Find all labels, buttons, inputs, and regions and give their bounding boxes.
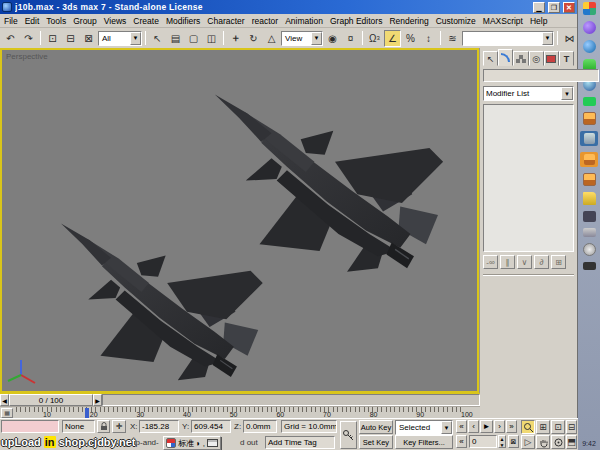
floppy-icon[interactable] xyxy=(583,211,596,222)
image-file-icon-2[interactable] xyxy=(583,173,596,186)
viewport-canvas[interactable] xyxy=(2,50,477,391)
x-coord-field[interactable]: -185.28 xyxy=(139,420,179,433)
chevron-down-icon[interactable]: ▼ xyxy=(311,32,322,45)
show-end-result-icon[interactable]: ∥ xyxy=(500,255,515,269)
tab-utilities-icon[interactable]: T xyxy=(559,51,574,66)
menu-tools[interactable]: Tools xyxy=(46,16,66,26)
ime-punctuation-toggle[interactable]: , xyxy=(203,439,205,448)
ime-keyboard-icon[interactable] xyxy=(207,439,218,447)
maxscript-mini-listener[interactable] xyxy=(1,420,59,433)
remove-modifier-icon[interactable]: ∂ xyxy=(534,255,549,269)
time-slider-next-icon[interactable]: ▶ xyxy=(93,394,102,406)
set-key-mode-icon[interactable] xyxy=(340,421,357,449)
named-selection-dropdown[interactable]: ▼ xyxy=(462,31,554,46)
chevron-down-icon[interactable]: ▼ xyxy=(130,32,141,45)
absolute-offset-toggle-icon[interactable]: ✛ xyxy=(112,420,126,433)
menu-character[interactable]: Character xyxy=(207,16,244,26)
unlink-selection-icon[interactable]: ⊟ xyxy=(62,30,79,47)
image-file-icon[interactable] xyxy=(583,112,596,125)
rect-selection-region-icon[interactable]: ▢ xyxy=(185,30,202,47)
edit-named-selections-icon[interactable]: ≋ xyxy=(444,30,461,47)
select-manipulate-icon[interactable]: ¤ xyxy=(342,30,359,47)
ime-logo-icon[interactable] xyxy=(166,438,176,448)
play-animation-icon[interactable]: ► xyxy=(480,420,493,433)
y-coord-field[interactable]: 609.454 xyxy=(191,420,231,433)
pin-stack-icon[interactable]: -∞ xyxy=(483,255,498,269)
ime-halfmoon-icon[interactable]: ◗ xyxy=(196,439,201,448)
add-time-tag[interactable]: Add Time Tag xyxy=(265,436,335,449)
close-button[interactable]: ✕ xyxy=(563,2,575,13)
select-object-icon[interactable]: ↖ xyxy=(149,30,166,47)
selection-lock-icon[interactable] xyxy=(97,420,110,433)
zoom-tool-icon[interactable] xyxy=(521,420,535,434)
chevron-down-icon[interactable]: ▼ xyxy=(441,421,452,434)
tab-create-icon[interactable]: ↖ xyxy=(483,51,498,66)
field-of-view-icon[interactable]: ▷ xyxy=(521,435,535,449)
reference-coordinate-dropdown[interactable]: View▼ xyxy=(281,31,323,46)
zoom-extents-icon[interactable]: ⊡ xyxy=(551,420,565,434)
window-crossing-icon[interactable]: ◫ xyxy=(203,30,220,47)
z-coord-field[interactable]: 0.0mm xyxy=(243,420,277,433)
time-configuration-icon[interactable]: ⊠ xyxy=(508,435,519,448)
menu-modifiers[interactable]: Modifiers xyxy=(166,16,200,26)
chevron-down-icon[interactable]: ▼ xyxy=(542,32,553,45)
select-by-name-icon[interactable]: ▤ xyxy=(167,30,184,47)
arc-rotate-icon[interactable] xyxy=(551,435,565,449)
key-filters-button[interactable]: Key Filters... xyxy=(395,435,453,449)
auto-key-button[interactable]: Auto Key xyxy=(359,420,393,434)
angle-snap-icon[interactable]: ∠ xyxy=(384,30,401,47)
menu-reactor[interactable]: reactor xyxy=(252,16,278,26)
snap-toggle-3d-icon[interactable]: Ω3 xyxy=(366,30,383,47)
select-and-scale-icon[interactable]: △ xyxy=(263,30,280,47)
time-slider-track[interactable] xyxy=(102,394,480,406)
set-key-button[interactable]: Set Key xyxy=(359,435,393,449)
minimize-button[interactable]: ▁ xyxy=(533,2,545,13)
mirror-icon[interactable]: ⋈ xyxy=(561,30,577,47)
green-app-icon[interactable] xyxy=(583,97,596,106)
jet-model-small[interactable] xyxy=(61,224,263,381)
menu-group[interactable]: Group xyxy=(73,16,97,26)
percent-snap-icon[interactable]: % xyxy=(402,30,419,47)
messenger-icon[interactable] xyxy=(583,21,596,34)
bind-to-spacewarp-icon[interactable]: ⊠ xyxy=(80,30,97,47)
tab-hierarchy-icon[interactable] xyxy=(513,51,528,66)
go-to-start-icon[interactable]: « xyxy=(456,420,467,433)
tab-display-icon[interactable] xyxy=(544,51,559,66)
menu-views[interactable]: Views xyxy=(104,16,127,26)
folder-icon[interactable] xyxy=(583,192,596,205)
browser-globe-icon[interactable] xyxy=(583,40,596,53)
perspective-viewport[interactable]: Perspective xyxy=(0,48,479,393)
zoom-extents-all-icon[interactable]: ⊟ xyxy=(566,420,577,434)
tab-modify-icon[interactable] xyxy=(498,49,513,66)
min-max-toggle-icon[interactable]: ⬒ xyxy=(566,435,577,449)
windows-logo-icon[interactable] xyxy=(583,2,596,15)
jet-model-large[interactable] xyxy=(215,95,443,272)
frame-spinner[interactable]: ▲▼ xyxy=(498,435,506,448)
menu-rendering[interactable]: Rendering xyxy=(389,16,428,26)
clock-app-icon[interactable] xyxy=(583,243,596,256)
time-slider-prev-icon[interactable]: ◀ xyxy=(0,394,9,406)
ime-toolbar[interactable]: 标准 ◗ , xyxy=(163,436,221,450)
restore-button[interactable]: ❐ xyxy=(548,2,560,13)
zoom-all-icon[interactable]: ⊞ xyxy=(536,420,550,434)
pan-view-icon[interactable] xyxy=(536,435,550,449)
viewport-label[interactable]: Perspective xyxy=(6,52,48,61)
camera-icon[interactable] xyxy=(583,262,596,270)
chevron-down-icon[interactable]: ▼ xyxy=(561,87,573,100)
modifier-list-dropdown[interactable]: Modifier List ▼ xyxy=(483,86,574,101)
menu-create[interactable]: Create xyxy=(133,16,159,26)
selection-filter-dropdown[interactable]: All▼ xyxy=(98,31,142,46)
next-frame-icon[interactable]: › xyxy=(494,420,505,433)
printer-icon[interactable] xyxy=(583,228,596,237)
key-mode-selected-dropdown[interactable]: Selected▼ xyxy=(395,420,453,435)
undo-icon[interactable]: ↶ xyxy=(2,30,19,47)
menu-graph-editors[interactable]: Graph Editors xyxy=(330,16,382,26)
menu-edit[interactable]: Edit xyxy=(25,16,40,26)
make-unique-icon[interactable]: ∨ xyxy=(517,255,532,269)
ime-mode-label[interactable]: 标准 xyxy=(178,438,194,449)
menu-file[interactable]: File xyxy=(4,16,18,26)
mini-curve-editor-icon[interactable]: ▦ xyxy=(1,408,13,418)
menu-customize[interactable]: Customize xyxy=(436,16,476,26)
object-name-field[interactable] xyxy=(483,69,599,82)
track-bar[interactable]: ▦ 1020 3040 5060 7080 90100 xyxy=(0,406,480,418)
